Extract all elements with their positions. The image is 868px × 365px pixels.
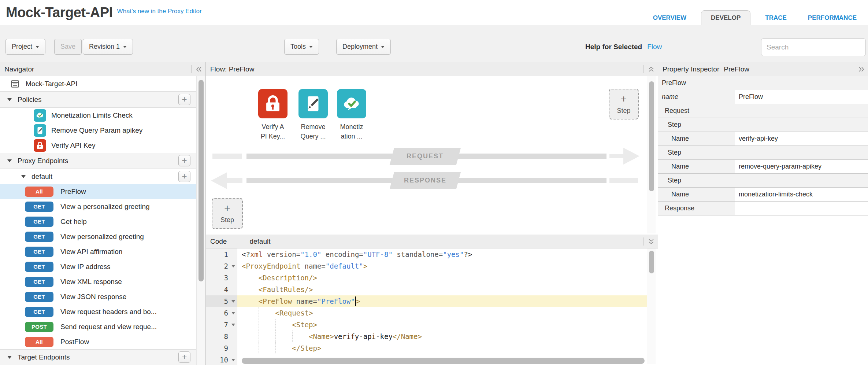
flow-policy-lock[interactable]: Verify API Key...: [251, 89, 295, 141]
scrollbar-thumb[interactable]: [199, 80, 204, 281]
plus-icon: +: [224, 203, 230, 213]
navigator-scrollbar[interactable]: [196, 76, 205, 365]
revision-menu-button[interactable]: Revision 1: [83, 39, 133, 55]
code-line[interactable]: <FaultRules/>: [237, 284, 647, 295]
property-label: Response: [658, 202, 735, 215]
fold-arrow-icon[interactable]: [231, 265, 235, 268]
triangle-down-icon[interactable]: [7, 98, 12, 101]
add-step-button-response[interactable]: + Step: [212, 198, 243, 229]
nav-item-view-request-headers-and-bo[interactable]: GETView request headers and bo...: [0, 304, 196, 319]
code-line[interactable]: <?xml version="1.0" encoding="UTF-8" sta…: [237, 248, 647, 260]
property-label: Name: [658, 132, 735, 145]
collapse-right-icon[interactable]: [858, 66, 865, 73]
line-number[interactable]: 9: [206, 342, 237, 354]
fold-arrow-icon[interactable]: [231, 324, 235, 326]
property-value-input[interactable]: [735, 202, 868, 215]
code-line[interactable]: <ProxyEndpoint name="default">: [237, 260, 647, 272]
fold-arrow-icon[interactable]: [231, 312, 235, 314]
nav-item-view-a-personalized-greeting[interactable]: GETView a personalized greeting: [0, 199, 196, 214]
fold-arrow-icon[interactable]: [231, 359, 235, 361]
flow-policy-cloud-check[interactable]: Monetization ...: [330, 89, 374, 141]
line-number[interactable]: 4: [206, 284, 237, 295]
nav-item-postflow[interactable]: AllPostFlow: [0, 334, 196, 349]
policy-label: Verify API Key...: [251, 122, 295, 141]
code-line[interactable]: <Description/>: [237, 272, 647, 284]
line-number[interactable]: 6: [206, 307, 237, 319]
flow-scrollbar[interactable]: [647, 76, 656, 233]
nav-item-mock-target-api[interactable]: Mock-Target-API: [0, 76, 196, 92]
code-scrollbar-vertical[interactable]: [647, 248, 656, 364]
help-for-selected-label: Help for Selected: [585, 43, 642, 51]
line-number[interactable]: 1: [206, 248, 237, 260]
deployment-menu-button[interactable]: Deployment: [336, 39, 391, 55]
nav-item-get-help[interactable]: GETGet help: [0, 214, 196, 229]
nav-item-view-api-affirmation[interactable]: GETView API affirmation: [0, 244, 196, 259]
method-badge: GET: [25, 202, 53, 212]
code-gutter[interactable]: 12345678910: [206, 248, 237, 365]
nav-item-policies[interactable]: Policies+: [0, 92, 196, 108]
line-number[interactable]: 5: [206, 295, 237, 307]
nav-item-verify-api-key[interactable]: Verify API Key: [0, 138, 196, 153]
fold-arrow-icon[interactable]: [231, 300, 235, 303]
search-input[interactable]: [761, 38, 866, 56]
property-value-input[interactable]: verify-api-key: [735, 132, 868, 145]
tab-performance[interactable]: PERFORMANCE: [801, 11, 863, 25]
nav-item-label: Target Endpoints: [18, 353, 70, 361]
collapse-up-icon[interactable]: [648, 66, 655, 73]
add-button[interactable]: +: [178, 155, 190, 166]
tools-menu-button[interactable]: Tools: [284, 39, 319, 55]
nav-item-default[interactable]: default+: [0, 169, 196, 184]
code-line[interactable]: <PreFlow name="PreFlow">: [237, 295, 647, 307]
nav-item-view-ip-address[interactable]: GETView IP address: [0, 259, 196, 274]
project-menu-button[interactable]: Project: [5, 39, 45, 55]
help-flow-link[interactable]: Flow: [647, 43, 662, 51]
deployment-label: Deployment: [342, 43, 378, 51]
nav-item-send-request-and-view-reque[interactable]: POSTSend request and view reque...: [0, 319, 196, 334]
property-value-input[interactable]: remove-query-param-apikey: [735, 160, 868, 173]
code-scrollbar-horizontal[interactable]: [242, 358, 645, 364]
nav-item-remove-query-param-apikey[interactable]: Remove Query Param apikey: [0, 123, 196, 138]
tab-overview[interactable]: OVERVIEW: [646, 11, 693, 25]
nav-item-view-json-response[interactable]: GETView JSON response: [0, 289, 196, 304]
nav-item-view-xml-response[interactable]: GETView XML response: [0, 274, 196, 289]
scrollbar-thumb[interactable]: [649, 251, 654, 273]
line-number[interactable]: 8: [206, 331, 237, 342]
line-number[interactable]: 3: [206, 272, 237, 284]
add-button[interactable]: +: [178, 351, 190, 363]
nav-item-label: Proxy Endpoints: [18, 157, 68, 165]
tab-trace[interactable]: TRACE: [758, 11, 793, 25]
save-button[interactable]: Save: [54, 39, 82, 55]
code-line[interactable]: </Step>: [237, 342, 647, 354]
nav-item-proxy-endpoints[interactable]: Proxy Endpoints+: [0, 153, 196, 169]
triangle-down-icon[interactable]: [21, 175, 26, 178]
property-section-label: Request: [658, 107, 689, 115]
code-line[interactable]: <Step>: [237, 319, 647, 331]
nav-item-view-personalized-greeting[interactable]: GETView personalized greeting: [0, 229, 196, 244]
property-value-input[interactable]: PreFlow: [735, 90, 868, 104]
line-number[interactable]: 7: [206, 319, 237, 331]
property-value-input[interactable]: monetization-limits-check: [735, 188, 868, 201]
property-label: Name: [658, 160, 735, 173]
add-button[interactable]: +: [178, 171, 190, 182]
triangle-down-icon[interactable]: [7, 159, 12, 162]
nav-item-preflow[interactable]: AllPreFlow: [0, 184, 196, 199]
method-badge: GET: [25, 307, 53, 317]
scrollbar-thumb[interactable]: [649, 81, 654, 191]
nav-item-target-endpoints[interactable]: Target Endpoints+: [0, 349, 196, 365]
add-step-button-request[interactable]: + Step: [609, 89, 639, 119]
tab-develop[interactable]: DEVELOP: [701, 10, 750, 25]
line-number[interactable]: 10: [206, 354, 237, 365]
code-editor[interactable]: 12345678910 <?xml version="1.0" encoding…: [206, 248, 658, 365]
code-line[interactable]: <Name>verify-api-key</Name>: [237, 331, 647, 342]
collapse-left-icon[interactable]: [195, 66, 203, 73]
flow-policy-pencil[interactable]: RemoveQuery ...: [291, 89, 335, 141]
line-number[interactable]: 2: [206, 260, 237, 272]
toolbar: Project Save Revision 1 Tools Deployment…: [0, 25, 868, 62]
triangle-down-icon[interactable]: [7, 356, 12, 359]
nav-item-monetization-limits-check[interactable]: Monetization Limits Check: [0, 108, 196, 123]
whats-new-link[interactable]: What's new in the Proxy Editor: [117, 8, 202, 15]
flow-title: Flow: PreFlow: [210, 65, 254, 73]
code-line[interactable]: <Request>: [237, 307, 647, 319]
add-button[interactable]: +: [178, 94, 190, 105]
collapse-down-icon[interactable]: [648, 238, 655, 245]
